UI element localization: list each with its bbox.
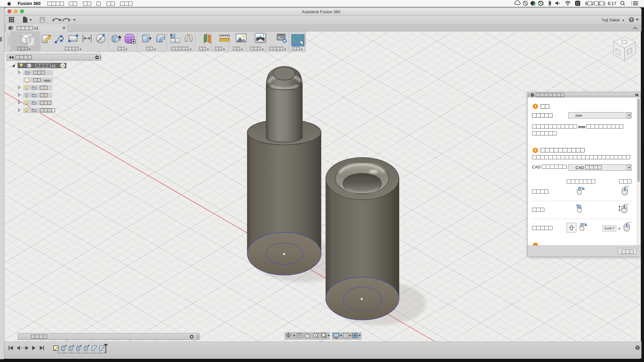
svg-text:?: ? [630, 18, 632, 22]
